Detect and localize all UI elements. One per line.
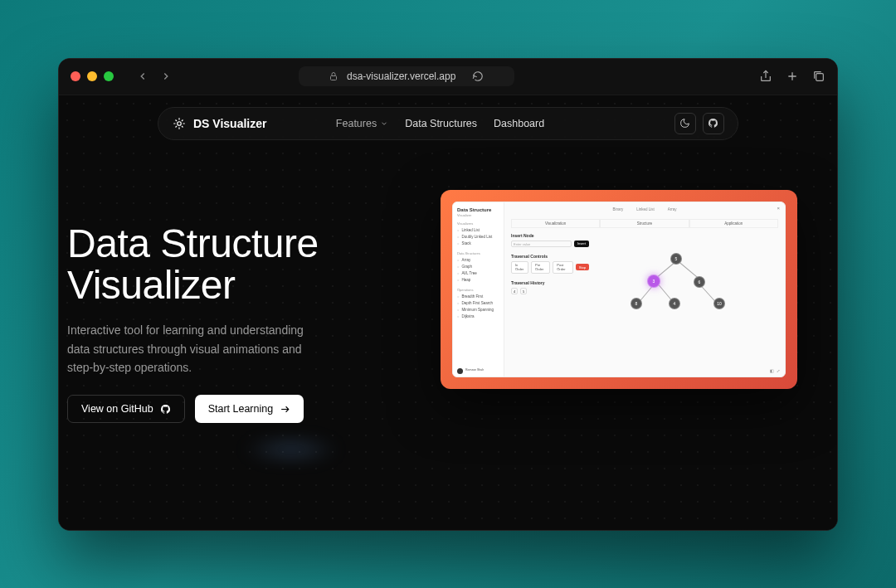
lock-icon [329,71,338,81]
nav-dashboard[interactable]: Dashboard [494,118,544,129]
brand-name: DS Visualizer [193,117,266,130]
minimize-window-icon[interactable] [87,71,97,81]
tree-node: 5 [670,253,682,265]
sidebar-group-label: Visualizers [457,221,499,226]
view-on-github-button[interactable]: View on GitHub [67,395,185,423]
brand-logo-icon [172,116,187,131]
tree-node: 8 [631,298,642,309]
maximize-window-icon[interactable] [104,71,114,81]
back-icon[interactable] [137,70,149,82]
window-controls [71,71,114,81]
nav-data-structures[interactable]: Data Structures [405,118,477,129]
sidebar-item: Heap [457,277,499,284]
svg-point-5 [178,121,182,125]
forward-icon[interactable] [160,70,172,82]
preview-insert-button: Insert [574,241,589,247]
hero-subtitle: Interactive tool for learning and unders… [67,321,316,377]
tabs-icon[interactable] [812,70,825,83]
share-icon[interactable] [759,70,772,83]
preview-app: × Data Structure Visualizer VisualizersL… [452,202,786,377]
browser-chrome: dsa-visualizer.vercel.app [59,59,837,95]
new-tab-icon[interactable] [786,70,799,83]
brand[interactable]: DS Visualizer [172,116,266,131]
preview-controls: Insert Node Enter value Insert Traversal… [504,228,596,377]
site-navbar: DS Visualizer Features Data Structures D… [158,107,738,140]
preview-tree-canvas: 5 3 6 8 4 10 ◧⤢ [596,228,785,377]
github-button[interactable] [703,113,724,134]
avatar [457,368,463,374]
arrow-right-icon [280,404,290,415]
sidebar-item: Doubly Linked List [457,234,499,241]
preview-insert-input: Enter value [511,241,572,247]
address-bar[interactable]: dsa-visualizer.vercel.app [299,66,514,86]
nav-features[interactable]: Features [336,118,388,129]
tree-node: 6 [694,276,705,288]
page-content: DS Visualizer Features Data Structures D… [59,95,837,530]
sidebar-item: AVL Tree [457,270,499,277]
preview-footer-name: Ramzan Shah [465,369,484,372]
sidebar-group-label: Operations [457,288,499,292]
close-window-icon[interactable] [71,71,80,81]
svg-rect-4 [816,74,824,81]
browser-window: dsa-visualizer.vercel.app DS Visualizer … [58,58,838,531]
sidebar-item: Dijkstra [457,313,499,320]
sidebar-item: Depth First Search [457,300,499,307]
moon-icon [679,118,690,129]
hero-title: Data Structure Visualizer [67,223,416,307]
chevron-down-icon [380,119,388,128]
preview-top-tabs: Binary Linked List Array [504,202,785,216]
theme-toggle-button[interactable] [674,113,696,134]
tree-node: 4 [669,298,680,309]
github-icon [160,404,171,415]
preview-sub-tabs: Visualization Structure Application [504,216,785,228]
tree-node: 10 [713,298,725,309]
sidebar-item: Array [457,257,499,264]
sidebar-item: Breadth First [457,294,499,300]
svg-rect-0 [330,76,336,80]
cta-glow-decoration [241,437,341,462]
sidebar-item: Stack [457,241,499,247]
preview-sidebar: Data Structure Visualizer VisualizersLin… [453,202,504,377]
sidebar-item: Linked List [457,227,499,234]
github-icon [708,118,718,129]
url-text: dsa-visualizer.vercel.app [347,70,455,82]
sidebar-item: Graph [457,264,499,270]
sidebar-item: Minimum Spanning [457,307,499,313]
preview-card: × Data Structure Visualizer VisualizersL… [441,190,797,389]
hero-section: Data Structure Visualizer Interactive to… [59,140,837,424]
reload-icon[interactable] [472,70,484,82]
preview-close-icon: × [777,206,780,211]
tree-node-active: 3 [647,275,660,288]
start-learning-button[interactable]: Start Learning [195,395,304,423]
sidebar-group-label: Data Structures [457,251,499,255]
